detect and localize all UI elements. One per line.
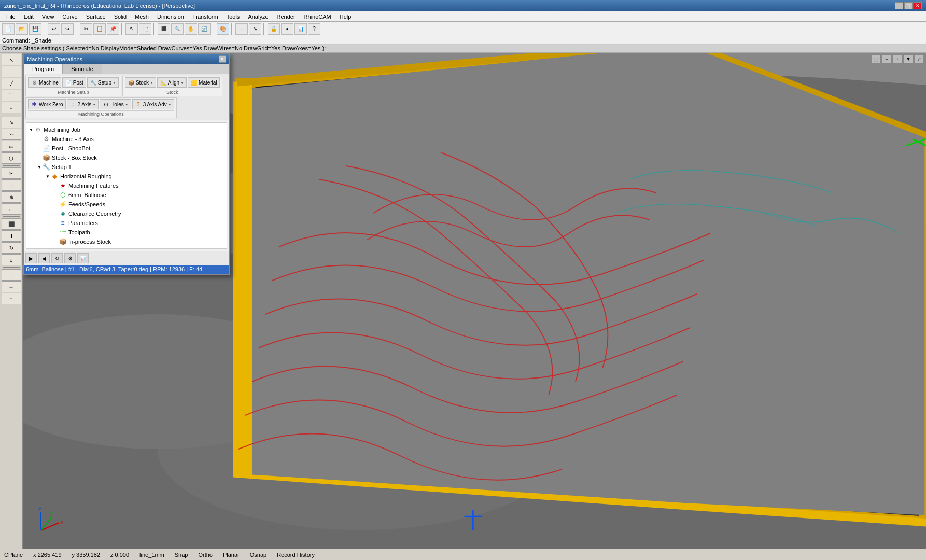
menu-dimension[interactable]: Dimension [153,12,188,21]
planar-control[interactable]: Planar [223,552,240,558]
zoom-extents-button[interactable]: ⬛ [158,23,170,35]
tab-program[interactable]: Program [24,64,63,74]
select-button[interactable]: ↖ [125,23,138,35]
tool-circle[interactable]: ○ [2,102,21,113]
menu-surface[interactable]: Surface [82,12,110,21]
panel-title-bar[interactable]: Machining Operations ✕ [24,54,229,64]
tree-item-inprocess-stock[interactable]: 📦 In-process Stock [27,237,226,246]
copy-button[interactable]: 📋 [93,23,106,35]
points-button[interactable]: · [235,23,248,35]
tree-view[interactable]: ▼ ⚙ Machining Job ⚙ Machine - 3 Axis 📄 [26,122,227,249]
tool-nurbs[interactable]: ∿ [2,117,21,128]
report-button[interactable]: 📊 [77,253,89,263]
pan-button[interactable]: ✋ [185,23,197,35]
machine-button[interactable]: ⚙ Machine [28,77,61,88]
help-btn[interactable]: ? [308,23,320,35]
tool-polygon[interactable]: ⬡ [2,152,21,164]
tool-extend[interactable]: → [2,179,21,191]
tree-item-ballnose[interactable]: ⬡ 6mm_Ballnose [27,190,226,200]
back-button[interactable]: ◀ [38,253,50,263]
zoom-out-button[interactable]: − [882,55,891,63]
tool-layer[interactable]: ≡ [2,293,21,304]
tool-line[interactable]: ╱ [2,78,21,89]
close-button[interactable]: ✕ [914,2,922,9]
tree-item-toolpath[interactable]: 〰 Toolpath [27,228,226,237]
record-history-control[interactable]: Record History [277,552,315,558]
setup-button[interactable]: 🔧 Setup ▼ [87,77,119,88]
cut-button[interactable]: ✂ [80,23,92,35]
tree-item-machining-job[interactable]: ▼ ⚙ Machining Job [27,125,226,134]
tool-surface[interactable]: ⬛ [2,218,21,230]
generate-button[interactable]: ▶ [25,253,37,263]
tree-item-horiz-roughing[interactable]: ▼ ◆ Horizontal Roughing [27,172,226,181]
paste-button[interactable]: 📌 [107,23,119,35]
tree-item-params[interactable]: ≡ Parameters [27,218,226,228]
tool-rectangle[interactable]: ▭ [2,141,21,152]
zoom-window-button[interactable]: 🔍 [171,23,184,35]
menu-edit[interactable]: Edit [20,12,38,21]
ortho-control[interactable]: Ortho [198,552,213,558]
shade-button[interactable]: 🎨 [217,23,229,35]
tree-item-setup1[interactable]: ▼ 🔧 Setup 1 [27,162,226,172]
settings-button[interactable]: ⚙ [64,253,76,263]
tree-item-feeds[interactable]: ⚡ Feeds/Speeds [27,200,226,209]
stock-button[interactable]: 📦 Stock ▼ [125,77,156,88]
menu-help[interactable]: Help [335,12,356,21]
tool-select[interactable]: ↖ [2,54,21,65]
menu-mesh[interactable]: Mesh [131,12,153,21]
minimize-button[interactable]: _ [895,2,903,9]
menu-curve[interactable]: Curve [58,12,81,21]
tool-revolve[interactable]: ↻ [2,242,21,254]
tree-item-machine[interactable]: ⚙ Machine - 3 Axis [27,134,226,144]
snap-button[interactable]: 🔒 [268,23,280,35]
tool-point[interactable]: + [2,66,21,77]
window-select-button[interactable]: ⬚ [139,23,151,35]
2axis-button[interactable]: ↕ 2 Axis ▼ [67,99,99,109]
panel-close-button[interactable]: ✕ [219,55,226,63]
tree-item-stock[interactable]: 📦 Stock - Box Stock [27,153,226,162]
save-button[interactable]: 💾 [29,23,41,35]
tree-item-post[interactable]: 📄 Post - ShopBot [27,144,226,153]
tool-arc[interactable]: ⌒ [2,90,21,101]
tool-extrude[interactable]: ⬆ [2,230,21,242]
tree-item-mach-features[interactable]: ★ Machining Features [27,181,226,190]
new-button[interactable]: 📄 [2,23,15,35]
tool-fillet[interactable]: ⌐ [2,203,21,215]
menu-view[interactable]: View [38,12,59,21]
post-button[interactable]: 📄 Post [62,77,86,88]
redo-button[interactable]: ↪ [61,23,74,35]
zoom-extent-all-button[interactable]: ⬚ [871,55,880,63]
maximize-viewport-button[interactable]: ⤢ [915,55,924,63]
snap-control[interactable]: Snap [175,552,188,558]
menu-analyze[interactable]: Analyze [244,12,272,21]
tree-item-clearance[interactable]: ◈ Clearance Geometry [27,209,226,218]
menu-tools[interactable]: Tools [222,12,244,21]
view-options-button[interactable]: ▼ [904,55,913,63]
rotate-button[interactable]: 🔄 [198,23,211,35]
menu-render[interactable]: Render [273,12,300,21]
maximize-button[interactable]: □ [904,2,913,9]
layer-button[interactable]: ● [281,23,293,35]
work-zero-button[interactable]: ✱ Work Zero [28,99,66,109]
tool-text[interactable]: T [2,269,21,281]
curve-button[interactable]: ∿ [249,23,261,35]
tool-dimension[interactable]: ↔ [2,281,21,292]
tool-boolean[interactable]: ∪ [2,254,21,265]
menu-rhinocam[interactable]: RhinoCAM [300,12,335,21]
holes-button[interactable]: ⊙ Holes ▼ [100,99,131,109]
material-button[interactable]: 🟨 Material [188,77,220,88]
tool-trim[interactable]: ✂ [2,167,21,179]
3axis-adv-button[interactable]: 3 3 Axis Adv ▼ [132,99,174,109]
menu-solid[interactable]: Solid [110,12,131,21]
tab-simulate[interactable]: Simulate [63,64,102,74]
menu-file[interactable]: File [2,12,20,21]
osnap-control[interactable]: Osnap [250,552,266,558]
analysis-button[interactable]: 📊 [294,23,307,35]
tool-offset[interactable]: ⊕ [2,191,21,203]
zoom-in-button[interactable]: + [893,55,902,63]
undo-button[interactable]: ↩ [48,23,60,35]
align-button[interactable]: 📐 Align ▼ [157,77,187,88]
viewport[interactable]: X Y Z ⬚ − + ▼ ⤢ Machining Operations ✕ [23,53,926,549]
refresh-button[interactable]: ↻ [51,253,63,263]
open-button[interactable]: 📂 [16,23,28,35]
